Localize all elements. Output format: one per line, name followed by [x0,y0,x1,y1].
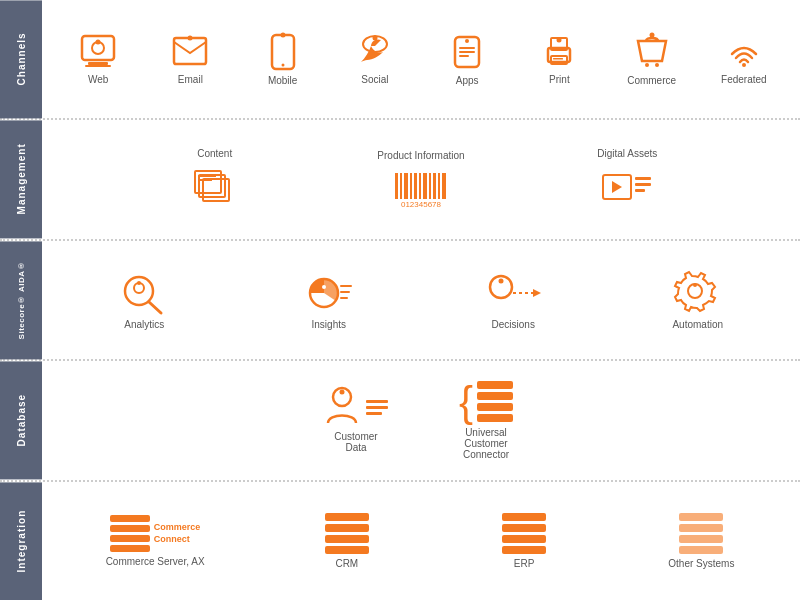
svg-rect-38 [429,173,431,199]
analytics-label: Analytics [124,319,164,330]
digital-assets-icon [599,167,655,211]
automation-label: Automation [672,319,723,330]
decisions-icon [483,271,543,315]
database-row: Database [0,361,800,481]
svg-point-22 [645,63,649,67]
item-commerce: Commerce [617,33,687,86]
aida-row: Sitecore® AIDA® Analytics [0,241,800,361]
svg-point-23 [655,63,659,67]
database-label: Database [0,361,42,479]
svg-rect-45 [635,177,651,180]
svg-rect-54 [340,285,352,287]
other-systems-label: Other Systems [668,558,734,569]
item-decisions: Decisions [478,271,548,330]
crm-label: CRM [335,558,358,569]
svg-point-25 [742,63,746,67]
item-apps: Apps [432,33,502,86]
svg-rect-15 [459,55,469,57]
management-content: Content Product Information [42,120,800,238]
svg-rect-32 [400,173,402,199]
svg-marker-60 [533,289,541,297]
erp-label: ERP [514,558,535,569]
channels-row: Channels Web [0,0,800,120]
crm-icon [325,513,369,554]
svg-rect-55 [340,291,350,293]
channels-content: Web Email [42,0,800,118]
ucc-icon: { [459,381,513,423]
product-info-label: Product Information [377,150,464,161]
item-social: Social [340,34,410,85]
svg-point-24 [649,32,654,37]
item-analytics: Analytics [109,271,179,330]
svg-rect-13 [459,47,475,49]
item-email: Email [155,34,225,85]
svg-point-62 [693,283,697,287]
commerce-connect-label: Commerce Server, AX [106,556,205,567]
aida-label: Sitecore® AIDA® [0,241,42,359]
svg-rect-14 [459,51,475,53]
item-customer-data: CustomerData [321,387,391,453]
svg-point-12 [465,39,469,43]
decisions-label: Decisions [492,319,535,330]
customer-data-label: CustomerData [334,431,377,453]
item-commerce-connect: Commerce Connect Commerce Server, AX [106,515,205,567]
svg-rect-36 [419,173,421,199]
item-print: Print [524,34,594,85]
aida-content: Analytics Insights [42,241,800,359]
svg-point-4 [96,39,101,44]
svg-rect-56 [340,297,348,299]
item-automation: Automation [663,271,733,330]
svg-point-10 [372,35,377,40]
email-label: Email [178,74,203,85]
svg-text:012345678: 012345678 [401,200,442,209]
integration-content: Commerce Connect Commerce Server, AX C [42,482,800,600]
svg-rect-35 [414,173,417,199]
item-other-systems: Other Systems [666,513,736,569]
item-product-info: Product Information [377,150,464,209]
insights-label: Insights [312,319,346,330]
management-row: Management Content Produ [0,120,800,240]
svg-point-50 [137,281,141,285]
database-content: CustomerData { UniversalCustomerConnecto… [42,361,800,479]
web-icon [78,34,118,70]
management-label: Management [0,120,42,238]
mobile-label: Mobile [268,75,297,86]
svg-point-58 [499,278,504,283]
integration-row: Integration Commerce Connect Comme [0,482,800,600]
commerce-icon [634,33,670,71]
svg-rect-30 [198,179,212,181]
federated-icon [724,34,764,70]
svg-point-5 [188,35,193,40]
erp-icon [502,513,546,554]
svg-rect-31 [395,173,398,199]
svg-point-8 [280,32,285,37]
social-icon [355,34,395,70]
commerce-label: Commerce [627,75,676,86]
automation-icon [673,271,723,315]
svg-rect-37 [423,173,427,199]
insights-icon [304,271,354,315]
svg-rect-2 [85,65,111,67]
item-web: Web [63,34,133,85]
item-mobile: Mobile [248,33,318,86]
item-content: Content [180,148,250,211]
item-ucc: { UniversalCustomerConnector [451,381,521,460]
print-label: Print [549,74,570,85]
federated-label: Federated [721,74,767,85]
mobile-icon [269,33,297,71]
customer-data-icon [324,387,388,427]
barcode-icon: 012345678 [391,169,451,209]
svg-rect-20 [553,61,560,63]
web-label: Web [88,74,108,85]
print-icon [540,34,578,70]
svg-point-21 [557,37,562,42]
svg-point-64 [340,390,345,395]
apps-label: Apps [456,75,479,86]
channels-label: Channels [0,0,42,118]
social-label: Social [361,74,388,85]
svg-rect-41 [442,173,446,199]
item-digital-assets: Digital Assets [592,148,662,211]
integration-label: Integration [0,482,42,600]
svg-point-7 [281,63,284,66]
svg-rect-40 [438,173,440,199]
